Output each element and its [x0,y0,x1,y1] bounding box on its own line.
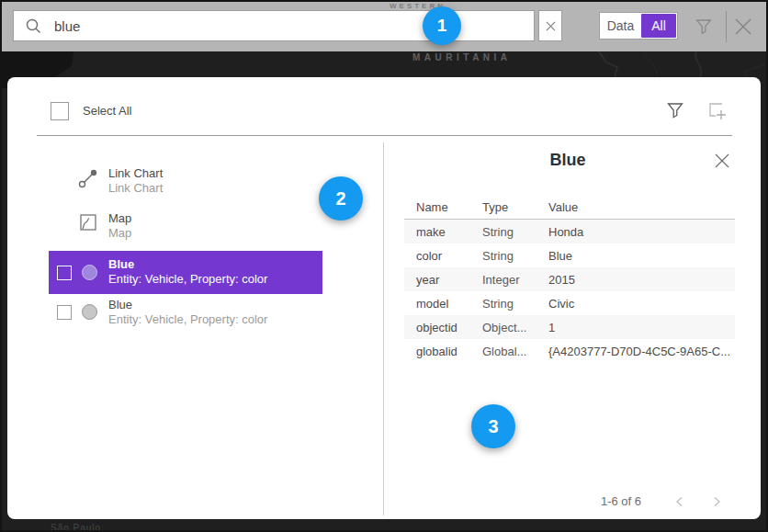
prop-type: String [470,249,536,263]
results-filter-button[interactable] [665,99,685,121]
entity-symbol-icon [82,265,97,280]
prop-value: 1 [536,321,735,334]
result-subtitle: Entity: Vehicle, Property: color [108,272,267,287]
prop-type: String [470,225,536,239]
filter-funnel-icon [666,101,684,120]
callout-badge-2: 2 [319,176,363,221]
selection-plus-icon [706,100,727,120]
prop-type: String [470,297,536,311]
prop-name: year [404,273,470,287]
toolbar-divider [726,11,727,42]
filter-funnel-icon [695,17,713,36]
prop-type: Global... [470,345,536,358]
scope-option-data[interactable]: Data [600,18,641,33]
properties-table: Name Type Value make String Honda color … [404,195,735,363]
search-icon [25,17,41,34]
result-subtitle: Entity: Vehicle, Property: color [108,312,267,327]
entity-symbol-icon [82,304,97,320]
header-divider [37,135,732,136]
prop-name: model [404,297,470,311]
table-row: make String Honda [404,220,735,243]
pagination-next-button[interactable] [707,492,726,511]
search-results-panel: Select All Link Chart Link Chart [7,77,761,519]
result-item-blue[interactable]: Blue Entity: Vehicle, Property: color [49,298,322,338]
filter-button[interactable] [693,16,715,38]
properties-table-header: Name Type Value [404,195,735,220]
list-detail-divider [383,142,384,515]
chevron-right-icon [710,495,723,508]
result-title: Link Chart [108,166,163,181]
prop-value: Blue [536,249,735,263]
prop-type: Integer [470,273,536,287]
result-title: Map [108,211,131,226]
close-icon [732,16,754,38]
prop-value: 2015 [536,273,735,287]
prop-value: Civic [536,297,735,311]
select-all-label: Select All [83,104,131,118]
select-all-checkbox[interactable] [51,102,69,120]
column-header: Name [404,200,470,214]
result-item-blue-selected[interactable]: Blue Entity: Vehicle, Property: color [49,251,322,294]
result-subtitle: Map [108,226,131,241]
result-title: Blue [108,257,267,272]
scope-option-all[interactable]: All [641,14,676,38]
prop-value: Honda [536,225,735,239]
result-subtitle: Link Chart [108,181,163,196]
callout-badge-1: 1 [423,6,461,45]
result-title: Blue [108,298,267,312]
prop-type: Object... [470,321,536,334]
prop-name: globalid [404,345,470,358]
search-scope-toggle: Data All [599,12,678,40]
result-item-map[interactable]: Map Map [49,209,322,247]
detail-title: Blue [404,151,731,170]
clear-search-button[interactable] [538,10,562,41]
column-header: Type [470,200,536,214]
map-icon [80,214,96,231]
pagination-label: 1-6 of 6 [522,494,641,508]
chevron-left-icon [673,495,686,508]
clear-x-icon [546,21,556,31]
table-row: globalid Global... {A4203777-D70D-4C5C-9… [404,339,735,363]
app-window: MAURITANIA São Paulo WESTERN Data All [0,0,768,532]
result-checkbox[interactable] [57,305,72,320]
table-row: objectid Object... 1 [404,315,735,339]
table-row: year Integer 2015 [404,267,735,291]
prop-name: objectid [404,321,470,334]
table-row: model String Civic [404,291,735,315]
search-toolbar: WESTERN Data All [2,2,766,51]
result-item-link-chart[interactable]: Link Chart Link Chart [49,164,322,206]
link-chart-icon [77,167,99,189]
prop-name: make [404,225,470,239]
callout-badge-3: 3 [471,404,515,448]
result-checkbox[interactable] [57,266,72,280]
add-selection-button[interactable] [706,99,728,121]
prop-name: color [404,249,470,263]
close-detail-button[interactable] [713,152,731,170]
prop-value: {A4203777-D70D-4C5C-9A65-C... [536,345,735,358]
table-row: color String Blue [404,243,735,267]
column-header: Value [536,200,735,214]
search-input[interactable] [54,18,534,34]
close-icon [714,153,730,169]
pagination-prev-button[interactable] [671,492,689,511]
close-search-button[interactable] [731,15,755,39]
